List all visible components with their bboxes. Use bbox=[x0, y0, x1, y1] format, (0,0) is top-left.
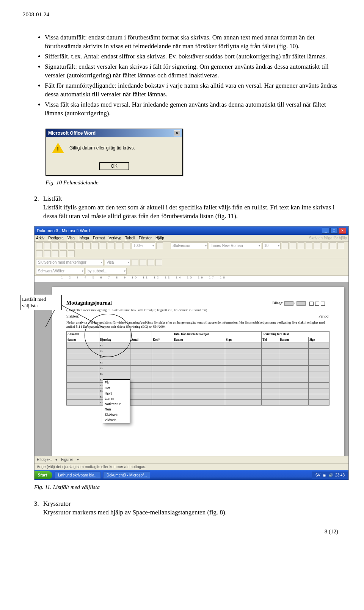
bold-icon[interactable] bbox=[282, 242, 289, 249]
cut-icon[interactable] bbox=[84, 242, 91, 249]
dropdown-item[interactable]: Slaktsvin bbox=[103, 412, 130, 417]
bullet-item: Vissa fält ska inledas med versal. Har i… bbox=[45, 101, 341, 118]
fontcolor-icon[interactable] bbox=[68, 250, 75, 257]
preview-icon[interactable] bbox=[68, 242, 75, 249]
new-icon[interactable] bbox=[36, 242, 43, 249]
align-right-icon[interactable] bbox=[322, 242, 328, 249]
minimize-icon[interactable]: _ bbox=[322, 228, 329, 234]
bullet-item: Vissa datumfält: endast datum i förutbes… bbox=[45, 33, 341, 51]
dropdown-item[interactable]: Ren bbox=[103, 407, 130, 412]
accept-icon[interactable] bbox=[132, 259, 138, 266]
visa-select[interactable]: Visa bbox=[105, 259, 130, 266]
menu-arkiv[interactable]: Arkiv bbox=[36, 236, 44, 241]
callout-circle bbox=[85, 314, 132, 357]
word-statusbar: Ritobjekt ▾ Figurer ▾ bbox=[35, 456, 348, 463]
help-icon[interactable] bbox=[156, 242, 163, 249]
word-menubar[interactable]: Arkiv Redigera Visa Infoga Format Verkty… bbox=[35, 235, 348, 242]
fig11-caption: Fig. 11. Listfält med väljlista bbox=[34, 483, 341, 491]
word-toolbar-1[interactable]: 100% Slutversion Times New Roman 10 bbox=[35, 242, 348, 258]
period-label: Period: bbox=[318, 314, 329, 319]
highlight-icon[interactable] bbox=[60, 250, 67, 257]
paste-icon[interactable] bbox=[100, 242, 107, 249]
dialog-title-text: Microsoft Office Word bbox=[48, 130, 96, 136]
start-button[interactable]: Start bbox=[35, 471, 52, 479]
reviewer-select[interactable]: Schwarz/Wölfer bbox=[36, 268, 85, 275]
menu-fonster[interactable]: Fönster bbox=[139, 236, 152, 241]
close-icon[interactable]: × bbox=[339, 228, 346, 234]
menu-tabell[interactable]: Tabell bbox=[125, 236, 135, 241]
menu-verktyg[interactable]: Verktyg bbox=[109, 236, 121, 241]
indent-icon[interactable] bbox=[36, 250, 43, 257]
bullet-item: Fält för namnförtydligande: inledande bo… bbox=[45, 82, 341, 99]
dropdown-item[interactable]: Nötkreatur bbox=[103, 401, 130, 407]
next-change-icon[interactable] bbox=[155, 259, 162, 266]
save-icon[interactable] bbox=[52, 242, 59, 249]
prev-change-icon[interactable] bbox=[147, 259, 154, 266]
outdent-icon[interactable] bbox=[44, 250, 51, 257]
maximize-icon[interactable]: □ bbox=[330, 228, 338, 234]
font-select[interactable]: Times New Roman bbox=[209, 242, 261, 249]
list-dropdown[interactable]: Får Get Hjort Lamm Nötkreatur Ren Slakts… bbox=[103, 379, 130, 423]
dropdown-item[interactable]: Hjort bbox=[103, 391, 130, 396]
align-center-icon[interactable] bbox=[314, 242, 320, 249]
word-canvas: Får Get Hjort Lamm Nötkreatur Ren Slakts… bbox=[35, 282, 348, 456]
copy-icon[interactable] bbox=[92, 242, 99, 249]
table-icon[interactable] bbox=[124, 242, 130, 249]
word-titlebar: Dokument3 - Microsoft Word _ □ × bbox=[35, 226, 348, 235]
warning-icon bbox=[52, 143, 64, 153]
ok-button[interactable]: OK bbox=[99, 162, 129, 170]
windows-taskbar: Start Lathund skrivbara bla... Dokument3… bbox=[35, 470, 348, 480]
bullet-item: Sifferfält, t.ex. Antal: endast siffror … bbox=[45, 52, 341, 61]
tray-shield-icon[interactable]: ◉ bbox=[323, 473, 326, 478]
italic-icon[interactable] bbox=[290, 242, 297, 249]
taskbar-item[interactable]: Dokument3 - Microsof... bbox=[103, 472, 150, 479]
word-toolbar-2[interactable]: Slutversion med markeringar Visa bbox=[35, 258, 348, 267]
system-tray: SV ◉ 🔊 23:43 bbox=[312, 472, 348, 479]
border-icon[interactable] bbox=[52, 250, 59, 257]
bullets-icon[interactable] bbox=[329, 242, 336, 249]
redo-icon[interactable] bbox=[116, 242, 122, 249]
undo-icon[interactable] bbox=[108, 242, 115, 249]
menu-redigera[interactable]: Redigera bbox=[48, 236, 64, 241]
error-dialog: Microsoft Office Word × Giltigt datum el… bbox=[46, 129, 183, 176]
style-select[interactable]: Slutversion bbox=[171, 242, 208, 249]
dropdown-item[interactable]: Vildsvin bbox=[103, 417, 130, 423]
page-date: 2008-01-24 bbox=[23, 11, 341, 18]
section2: 2.Listfält Listfält ifylls genom att den… bbox=[23, 195, 341, 221]
underline-icon[interactable] bbox=[298, 242, 304, 249]
fig10-caption: Fig. 10 Felmeddelande bbox=[46, 179, 341, 186]
dialog-message: Giltigt datum eller giltig tid krävs. bbox=[69, 143, 176, 151]
open-icon[interactable] bbox=[44, 242, 51, 249]
zoom-select[interactable]: 100% bbox=[132, 242, 155, 249]
word-toolbar-3[interactable]: Schwarz/Wölfer by subtrol... bbox=[35, 267, 348, 276]
help-search[interactable]: Skriv en fråga för hjälp bbox=[309, 236, 347, 241]
menu-format[interactable]: Format bbox=[93, 236, 105, 241]
menu-visa[interactable]: Visa bbox=[67, 236, 75, 241]
subtrol-select[interactable]: by subtrol... bbox=[86, 268, 127, 275]
print-icon[interactable] bbox=[60, 242, 67, 249]
dropdown-item[interactable]: Get bbox=[103, 385, 130, 391]
word-hintbar: Ange (välj) det djurslag som mottagits e… bbox=[35, 463, 348, 470]
numbering-icon[interactable] bbox=[337, 242, 344, 249]
tray-clock: 23:43 bbox=[335, 473, 345, 478]
taskbar-item[interactable]: Lathund skrivbara bla... bbox=[55, 472, 101, 479]
status-figurer: Figurer bbox=[61, 457, 73, 462]
word-title-text: Dokument3 - Microsoft Word bbox=[37, 228, 90, 234]
tray-lang[interactable]: SV bbox=[315, 473, 320, 478]
tray-volume-icon[interactable]: 🔊 bbox=[328, 473, 333, 478]
dropdown-item[interactable]: Lamm bbox=[103, 396, 130, 401]
align-left-icon[interactable] bbox=[306, 242, 312, 249]
fontsize-select[interactable]: 10 bbox=[262, 242, 281, 249]
bullet-list: Vissa datumfält: endast datum i förutbes… bbox=[23, 33, 341, 118]
markup-select[interactable]: Slutversion med markeringar bbox=[36, 259, 104, 266]
dropdown-item[interactable]: Får bbox=[103, 380, 130, 385]
section3: 3.Kryssrutor Kryssrutor markeras med hjä… bbox=[23, 500, 341, 517]
menu-hjalp[interactable]: Hjälp bbox=[155, 236, 164, 241]
reject-icon[interactable] bbox=[140, 259, 146, 266]
close-icon[interactable]: × bbox=[174, 130, 180, 136]
spellcheck-icon[interactable] bbox=[76, 242, 83, 249]
status-hint: Ange (välj) det djurslag som mottagits e… bbox=[37, 464, 146, 470]
status-ritobjekt: Ritobjekt bbox=[37, 457, 52, 462]
menu-infoga[interactable]: Infoga bbox=[78, 236, 89, 241]
document-page: Bilaga: / Mottagningsjournal (Blanketten… bbox=[52, 287, 344, 456]
